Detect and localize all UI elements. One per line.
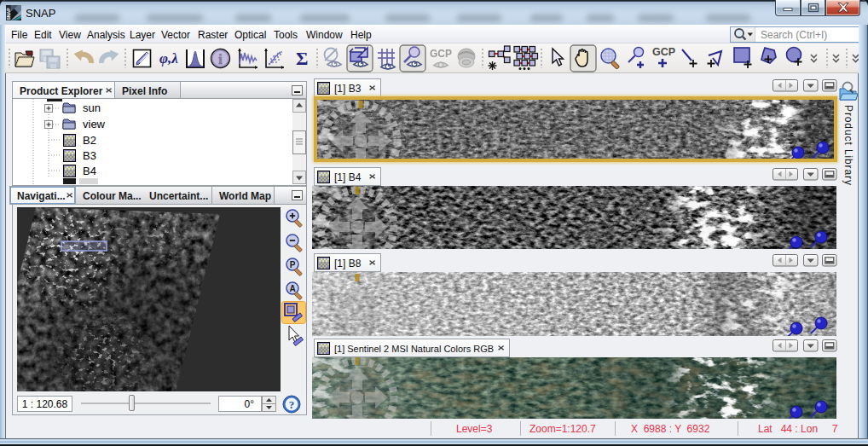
svg-text:?: ? (289, 398, 295, 411)
svg-text:φ,λ: φ,λ (159, 50, 178, 67)
svg-text:GCP: GCP (652, 46, 675, 58)
svg-text:Σ: Σ (296, 48, 308, 69)
svg-text:P: P (290, 260, 296, 269)
svg-text:GCP: GCP (430, 48, 452, 60)
svg-text:i: i (218, 52, 223, 67)
svg-text:A: A (289, 284, 295, 293)
svg-text:SNAP: SNAP (6, 8, 11, 20)
